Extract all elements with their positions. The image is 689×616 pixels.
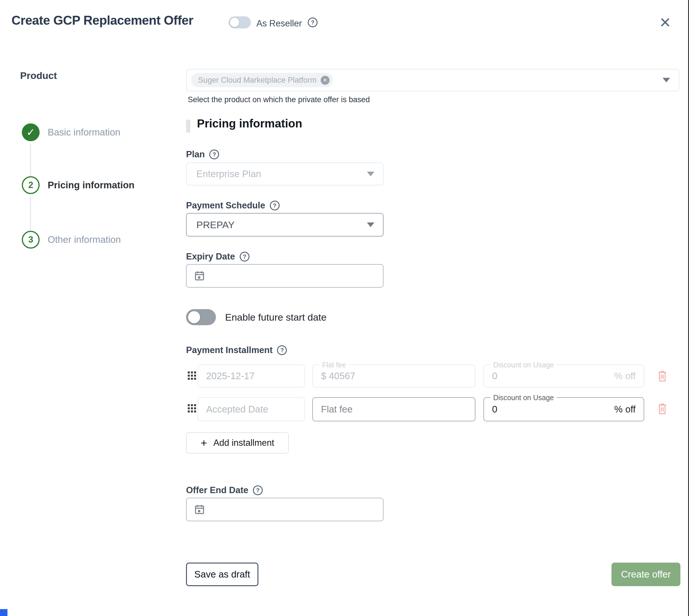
installment-date-input[interactable] — [206, 404, 296, 415]
stepper-step-other-information[interactable]: 3 Other information — [22, 231, 121, 248]
drag-handle-icon[interactable] — [188, 371, 196, 381]
as-reseller-label: As Reseller — [256, 18, 302, 29]
future-start-label: Enable future start date — [225, 312, 326, 323]
installment-flat-fee-field[interactable]: Flat fee — [313, 365, 475, 388]
step-label: Basic information — [48, 127, 120, 138]
discount-legend: Discount on Usage — [490, 393, 557, 402]
discount-suffix: % off — [614, 371, 636, 381]
step-label: Other information — [48, 234, 121, 245]
product-label: Product — [20, 70, 57, 81]
create-offer-button[interactable]: Create offer — [611, 563, 681, 586]
offer-end-date-label: Offer End Date — [186, 485, 248, 496]
stepper-connector — [30, 196, 31, 230]
plus-icon: + — [201, 437, 207, 448]
expiry-date-label-row: Expiry Date ? — [186, 251, 250, 262]
toggle-knob — [230, 18, 239, 27]
remove-tag-icon[interactable]: ✕ — [321, 76, 329, 85]
check-icon: ✓ — [22, 124, 40, 141]
plan-select[interactable]: Enterprise Plan — [186, 162, 384, 185]
drag-handle-icon[interactable] — [188, 404, 196, 413]
installment-discount-field[interactable]: Discount on Usage % off — [483, 397, 644, 421]
future-start-row: Enable future start date — [186, 309, 326, 325]
delete-installment-icon[interactable] — [657, 370, 667, 382]
chevron-down-icon — [367, 172, 374, 176]
payment-schedule-value: PREPAY — [196, 219, 235, 230]
payment-schedule-label: Payment Schedule — [186, 200, 265, 211]
installment-date-field[interactable] — [197, 397, 305, 421]
installment-flat-fee-field[interactable] — [313, 397, 475, 421]
installment-discount-field[interactable]: Discount on Usage % off — [483, 365, 644, 388]
payment-schedule-label-row: Payment Schedule ? — [186, 200, 280, 211]
flat-fee-input[interactable] — [321, 371, 467, 381]
chevron-down-icon — [367, 222, 374, 227]
flat-fee-input[interactable] — [321, 404, 467, 415]
future-start-toggle[interactable] — [186, 309, 216, 325]
delete-installment-icon[interactable] — [657, 402, 667, 415]
save-as-draft-button[interactable]: Save as draft — [186, 563, 258, 586]
installment-date-input[interactable] — [206, 371, 296, 381]
offer-end-date-input[interactable] — [186, 498, 384, 521]
product-tag-label: Suger Cloud Marketplace Platform — [198, 76, 317, 85]
expiry-date-input[interactable] — [186, 264, 384, 288]
discount-legend: Discount on Usage — [490, 360, 557, 369]
discount-input[interactable] — [492, 371, 614, 381]
add-installment-button[interactable]: + Add installment — [186, 432, 289, 454]
product-tag: Suger Cloud Marketplace Platform ✕ — [191, 73, 333, 87]
calendar-icon — [193, 504, 206, 515]
stepper-step-basic-information[interactable]: ✓ Basic information — [22, 124, 120, 141]
as-reseller-help-icon[interactable]: ? — [308, 18, 318, 27]
stepper-step-pricing-information[interactable]: 2 Pricing information — [22, 176, 135, 194]
payment-installment-label: Payment Installment — [186, 345, 273, 355]
chevron-down-icon — [663, 78, 670, 82]
as-reseller-toggle[interactable] — [229, 16, 251, 28]
toggle-knob — [188, 311, 200, 323]
discount-input[interactable] — [492, 404, 614, 415]
offer-end-date-help-icon[interactable]: ? — [253, 485, 263, 495]
add-installment-label: Add installment — [213, 438, 274, 448]
section-title: Pricing information — [197, 117, 302, 130]
plan-label: Plan — [186, 149, 205, 160]
stepper-connector — [30, 144, 31, 176]
close-icon[interactable]: ✕ — [659, 16, 671, 30]
plan-help-icon[interactable]: ? — [209, 150, 219, 159]
section-marker — [186, 120, 190, 133]
payment-installment-label-row: Payment Installment ? — [186, 345, 287, 355]
plan-value: Enterprise Plan — [196, 169, 261, 179]
calendar-icon — [193, 270, 206, 282]
discount-suffix: % off — [614, 404, 636, 415]
product-select[interactable]: Suger Cloud Marketplace Platform ✕ — [186, 69, 679, 91]
offer-end-date-label-row: Offer End Date ? — [186, 485, 263, 496]
product-helper-text: Select the product on which the private … — [188, 95, 370, 104]
flat-fee-legend: Flat fee — [319, 360, 349, 369]
installment-date-field[interactable] — [197, 365, 305, 388]
expiry-date-help-icon[interactable]: ? — [240, 252, 250, 262]
step-number: 2 — [22, 176, 40, 194]
corner-artifact — [0, 609, 7, 616]
expiry-date-label: Expiry Date — [186, 251, 235, 262]
step-number: 3 — [22, 231, 40, 248]
payment-schedule-select[interactable]: PREPAY — [186, 213, 384, 237]
create-offer-dialog: Create GCP Replacement Offer As Reseller… — [0, 0, 689, 616]
page-title: Create GCP Replacement Offer — [12, 13, 193, 27]
step-label: Pricing information — [48, 180, 135, 191]
plan-label-row: Plan ? — [186, 149, 219, 160]
payment-schedule-help-icon[interactable]: ? — [270, 201, 280, 211]
payment-installment-help-icon[interactable]: ? — [277, 345, 287, 355]
